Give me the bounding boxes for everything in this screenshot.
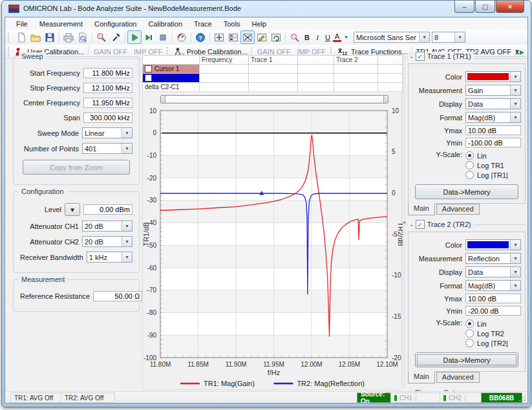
italic-button[interactable]: I — [312, 34, 323, 41]
trace1-tab-advanced[interactable]: Advanced — [436, 204, 480, 215]
trace1-display-combo[interactable]: Data▾ — [465, 98, 521, 109]
menu-file[interactable]: File — [10, 19, 34, 29]
trace2-ymax-input[interactable] — [465, 294, 521, 303]
chevron-down-icon[interactable]: ▾ — [454, 32, 465, 42]
trace1-ymin-input[interactable] — [465, 138, 521, 147]
chevron-down-icon[interactable]: ▾ — [122, 144, 132, 153]
panel-splitter[interactable]: ◄ — [403, 55, 405, 389]
chevron-down-icon[interactable]: ▾ — [122, 128, 132, 138]
trace2-format-combo[interactable]: Mag(dB)▾ — [465, 280, 521, 291]
maximize-button[interactable]: ▢ — [475, 1, 495, 13]
print-preview-icon[interactable] — [76, 30, 90, 44]
open-file-icon[interactable] — [28, 30, 43, 44]
title-bar[interactable]: OMICRON Lab - Bode Analyzer Suite - NewB… — [2, 1, 531, 16]
trace1-tab-main[interactable]: Main — [408, 203, 435, 215]
chevron-down-icon[interactable]: ▾ — [419, 32, 429, 42]
minimize-button[interactable]: – — [454, 1, 474, 13]
trace1-format-combo[interactable]: Mag(dB)▾ — [465, 112, 521, 123]
wrench-settings-icon[interactable] — [109, 30, 123, 44]
close-button[interactable]: ✕ — [496, 1, 524, 13]
start-measurement-icon[interactable] — [127, 30, 142, 44]
chevron-down-icon[interactable]: ▾ — [510, 267, 520, 277]
cursor1-checkbox[interactable] — [145, 65, 152, 72]
bold-button[interactable]: B — [302, 34, 312, 41]
level-dropdown-button[interactable]: ▾ — [65, 203, 80, 216]
reference-resistance-input[interactable] — [93, 291, 142, 301]
chevron-down-icon[interactable]: ▾ — [510, 113, 520, 122]
probe-calibration-button[interactable]: Probe Calibration... — [187, 48, 248, 56]
chart-split-icon[interactable] — [226, 30, 240, 44]
chart-refresh-icon[interactable] — [269, 30, 283, 44]
menu-calibration[interactable]: Calibration — [142, 19, 188, 29]
chevron-down-icon[interactable]: ▾ — [122, 252, 132, 262]
trace2-yscale-log-radio[interactable] — [465, 329, 474, 338]
attenuator-ch2-combo[interactable]: 20 dB▾ — [82, 236, 133, 247]
trace2-measurement-combo[interactable]: Reflection▾ — [465, 253, 521, 264]
level-input[interactable] — [83, 204, 133, 215]
trace1-checkbox[interactable]: ✓ — [416, 52, 425, 61]
trace2-color-combo[interactable]: ▾ — [465, 239, 521, 250]
trace2-data-to-memory-button[interactable]: Data->Memory — [415, 352, 518, 367]
chevron-down-icon[interactable]: ▾ — [510, 85, 520, 95]
slider-right-handle[interactable] — [383, 96, 388, 103]
trace1-yscale-logabs-radio[interactable] — [465, 171, 474, 179]
font-color-button[interactable]: A — [333, 32, 341, 42]
underline-button[interactable]: U — [323, 34, 333, 41]
attenuator-ch1-combo[interactable]: 20 dB▾ — [82, 221, 133, 232]
menu-trace[interactable]: Trace — [188, 19, 218, 29]
frequency-zoom-slider[interactable] — [160, 95, 388, 103]
font-family-combo[interactable]: Microsoft Sans Ser ▾ — [354, 32, 430, 43]
average-reset-icon[interactable]: x̄ — [515, 48, 526, 56]
trace2-yscale-lin-radio[interactable] — [465, 319, 474, 328]
menu-tools[interactable]: Tools — [218, 19, 246, 29]
trace2-display-combo[interactable]: Data▾ — [465, 266, 521, 277]
receiver-bandwidth-combo[interactable]: 1 kHz▾ — [87, 252, 133, 263]
stop-frequency-input[interactable] — [83, 83, 133, 93]
save-file-icon[interactable] — [43, 30, 57, 44]
trace2-ymin-input[interactable] — [465, 306, 521, 316]
start-frequency-input[interactable] — [83, 68, 133, 78]
trace1-ymax-input[interactable] — [465, 125, 521, 135]
chevron-down-icon[interactable]: ▾ — [510, 72, 520, 81]
trace1-yscale-lin-radio[interactable] — [465, 151, 474, 160]
cursor2-checkbox[interactable] — [145, 74, 152, 81]
format-zoom-icon[interactable] — [288, 30, 302, 44]
chevron-down-icon[interactable]: ▾ — [122, 221, 132, 231]
copy-from-zoom-button[interactable]: Copy from Zoom — [23, 160, 130, 175]
stop-measurement-icon[interactable] — [156, 30, 170, 44]
trace-functions-button[interactable]: Trace Functions... — [351, 48, 408, 56]
chevron-down-icon[interactable]: ▾ — [122, 237, 132, 246]
menu-measurement[interactable]: Measurement — [34, 19, 89, 29]
trace1-data-to-memory-button[interactable]: Data->Memory — [415, 184, 518, 199]
trace2-checkbox[interactable]: ✓ — [416, 220, 425, 229]
trace1-yscale-log-radio[interactable] — [465, 161, 474, 169]
chart-edit-icon[interactable] — [255, 30, 269, 44]
chart-crosshair-icon[interactable] — [240, 30, 255, 44]
chevron-down-icon[interactable]: ▾ — [510, 99, 520, 109]
menu-configuration[interactable]: Configuration — [89, 19, 142, 29]
single-sweep-icon[interactable] — [142, 30, 156, 44]
sweep-mode-combo[interactable]: Linear▾ — [82, 127, 133, 138]
chevron-down-icon[interactable]: ▾ — [510, 281, 520, 290]
chevron-down-icon[interactable]: ▾ — [510, 254, 520, 263]
span-input[interactable] — [83, 113, 133, 123]
center-frequency-input[interactable] — [83, 98, 133, 108]
collapse-icon[interactable]: - — [410, 221, 413, 228]
font-size-combo[interactable]: 8 ▾ — [432, 32, 465, 43]
gauge-device-icon[interactable] — [175, 30, 189, 44]
font-color-dropdown-icon[interactable]: ▾ — [341, 33, 351, 42]
trace1-color-combo[interactable]: ▾ — [465, 71, 521, 82]
print-icon[interactable] — [61, 30, 76, 44]
new-document-icon[interactable] — [14, 30, 28, 44]
chart-add-icon[interactable] — [212, 30, 226, 44]
collapse-icon[interactable]: - — [410, 52, 413, 60]
trace1-measurement-combo[interactable]: Gain▾ — [465, 85, 521, 96]
trace2-yscale-logabs-radio[interactable] — [465, 339, 474, 347]
slider-left-handle[interactable] — [161, 96, 165, 103]
trace2-tab-advanced[interactable]: Advanced — [436, 372, 480, 383]
help-icon[interactable]: ? — [193, 30, 207, 44]
trace2-tab-main[interactable]: Main — [408, 371, 435, 383]
number-of-points-combo[interactable]: 401▾ — [82, 143, 133, 154]
menu-help[interactable]: Help — [246, 19, 272, 29]
zoom-tool-icon[interactable] — [94, 30, 109, 44]
